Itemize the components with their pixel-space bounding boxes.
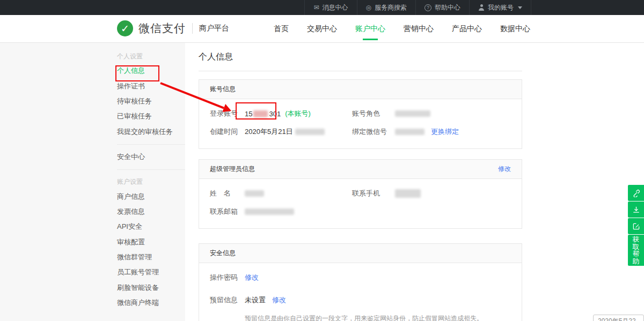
- nav-transaction-center[interactable]: 交易中心: [306, 22, 338, 36]
- user-icon: [478, 4, 485, 11]
- service-provider-search-link[interactable]: ◎ 服务商搜索: [357, 0, 415, 15]
- edit-admin-link[interactable]: 修改: [498, 165, 511, 174]
- nav-home[interactable]: 首页: [273, 22, 290, 36]
- service-provider-search-label: 服务商搜索: [375, 3, 407, 12]
- set-reserved-info-link[interactable]: 修改: [272, 295, 286, 305]
- date-tooltip: 2020年5月22日: [593, 315, 644, 321]
- nav-data-center[interactable]: 数据中心: [499, 22, 531, 36]
- get-help-label: 获取帮助: [632, 236, 640, 265]
- my-account-label: 我的账号: [488, 3, 514, 12]
- link-icon: [632, 189, 640, 197]
- chevron-down-icon: [518, 6, 522, 9]
- top-utility-bar: ✉ 消息中心 ◎ 服务商搜索 ? 帮助中心 我的账号: [0, 0, 644, 15]
- account-info-title: 账号信息: [210, 85, 236, 94]
- primary-nav: 首页 交易中心 账户中心 营销中心 产品中心 数据中心: [273, 15, 531, 43]
- annotation-box-personal-info: [115, 65, 159, 81]
- nav-product-center[interactable]: 产品中心: [451, 22, 483, 36]
- get-help-button[interactable]: 获取帮助: [628, 235, 644, 266]
- title-divider: [199, 71, 522, 71]
- sidebar-item-merchant-info[interactable]: 商户信息: [117, 189, 185, 204]
- contact-email-value-redacted: [245, 208, 294, 215]
- security-info-title: 安全信息: [210, 249, 236, 258]
- reserved-info-label: 预留信息: [210, 295, 245, 305]
- sidebar-group-account-settings: 账户设置: [117, 175, 185, 189]
- sidebar-item-security-center[interactable]: 安全中心: [117, 150, 185, 165]
- account-role-label: 账号角色: [352, 109, 395, 118]
- search-icon: ◎: [366, 4, 371, 11]
- bound-wechat-value-redacted: [395, 129, 425, 135]
- annotation-box-login-account: [236, 102, 276, 120]
- brand[interactable]: ✓ 微信支付 商户平台: [117, 20, 229, 36]
- sidebar: 个人设置 个人信息 操作证书 待审核任务 已审核任务 我提交的审核任务 安全中心…: [0, 43, 185, 321]
- message-center-label: 消息中心: [323, 3, 348, 12]
- contact-phone-label: 联系手机: [352, 189, 395, 198]
- contact-email-label: 联系邮箱: [210, 207, 245, 217]
- help-center-label: 帮助中心: [435, 3, 460, 12]
- feedback-button[interactable]: [628, 218, 644, 234]
- bound-wechat-label: 绑定微信号: [352, 127, 395, 137]
- download-button[interactable]: [628, 201, 644, 218]
- sidebar-item-invoice-info[interactable]: 发票信息: [117, 204, 185, 219]
- main-content: 个人信息 账号信息 登录账号 15301 (本账号) 账号角色: [185, 43, 644, 321]
- reserved-info-description: 预留信息是由你自己设置的一段文字，用来鉴定网站身份，防止假冒网站造成损失。 配置…: [245, 313, 511, 321]
- message-icon: ✉: [313, 4, 319, 11]
- account-role-value-redacted: [395, 110, 430, 117]
- super-admin-card: 超级管理员信息 修改 姓 名 联系手机 联系邮箱: [199, 159, 522, 229]
- created-time-label: 创建时间: [210, 127, 245, 137]
- sidebar-item-staff-account-mgmt[interactable]: 员工账号管理: [117, 265, 185, 280]
- sidebar-item-pending-review-tasks[interactable]: 待审核任务: [117, 94, 185, 109]
- nav-marketing-center[interactable]: 营销中心: [402, 22, 435, 36]
- link-button[interactable]: [628, 185, 644, 201]
- current-account-tag: (本账号): [285, 109, 311, 118]
- floating-toolbar: 获取帮助: [628, 185, 644, 266]
- my-account-menu[interactable]: 我的账号: [469, 0, 531, 15]
- top-utility-menu: ✉ 消息中心 ◎ 服务商搜索 ? 帮助中心 我的账号: [304, 0, 531, 15]
- brand-name: 微信支付: [138, 21, 186, 36]
- help-center-link[interactable]: ? 帮助中心: [415, 0, 469, 15]
- sidebar-divider: [117, 144, 185, 145]
- sidebar-item-wechat-group-mgmt[interactable]: 微信群管理: [117, 250, 185, 265]
- name-label: 姓 名: [210, 189, 245, 198]
- edit-icon: [632, 222, 640, 230]
- sidebar-item-reviewed-tasks[interactable]: 已审核任务: [117, 109, 185, 124]
- nav-account-center[interactable]: 账户中心: [354, 22, 386, 36]
- sidebar-item-my-submitted-tasks[interactable]: 我提交的审核任务: [117, 124, 185, 139]
- reserved-info-status: 未设置: [245, 295, 266, 305]
- sidebar-divider: [117, 169, 185, 170]
- sidebar-item-review-config[interactable]: 审核配置: [117, 235, 185, 250]
- help-icon: ?: [425, 4, 431, 11]
- change-password-link[interactable]: 修改: [245, 273, 259, 282]
- security-info-card: 安全信息 操作密码 修改 预留信息 未设置 修改 预留信息是由你自己设置的一段文…: [199, 243, 522, 321]
- download-icon: [632, 206, 640, 214]
- change-binding-link[interactable]: 更换绑定: [431, 127, 459, 137]
- contact-phone-value-redacted: [395, 189, 421, 198]
- sidebar-item-wechat-merchant-terminal[interactable]: 微信商户终端: [117, 295, 185, 310]
- super-admin-title: 超级管理员信息: [210, 165, 255, 174]
- name-value-redacted: [245, 190, 264, 197]
- sidebar-item-face-device[interactable]: 刷脸智能设备: [117, 280, 185, 295]
- brand-divider: [192, 23, 193, 34]
- message-center-link[interactable]: ✉ 消息中心: [304, 0, 356, 15]
- sidebar-item-api-security[interactable]: API安全: [117, 219, 185, 234]
- main-header: ✓ 微信支付 商户平台 首页 交易中心 账户中心 营销中心 产品中心 数据中心: [0, 15, 644, 43]
- portal-name: 商户平台: [199, 24, 229, 33]
- redacted-blur: [295, 129, 325, 135]
- operation-password-label: 操作密码: [210, 273, 245, 282]
- wechat-pay-logo-icon: ✓: [117, 20, 133, 36]
- page-title: 个人信息: [199, 43, 522, 63]
- created-time-value: 2020年5月21日: [245, 127, 325, 137]
- sidebar-group-personal-settings: 个人设置: [117, 49, 185, 63]
